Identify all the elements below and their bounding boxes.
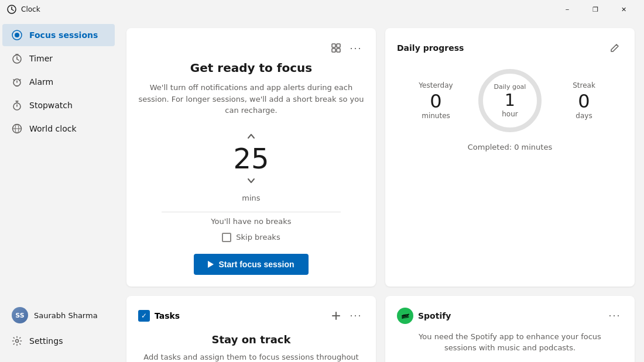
yesterday-stat: Yesterday 0 minutes [397,81,475,120]
tasks-header: ✓ Tasks ··· [138,308,364,324]
focus-card-header: ··· [138,40,364,56]
focus-subtitle: We'll turn off notifications and app ale… [138,82,364,116]
svg-rect-19 [332,44,335,47]
goal-circle-content: Daily goal 1 hour [494,83,526,119]
user-profile[interactable]: SS Saurabh Sharma [2,301,115,329]
time-decrement-button[interactable] [241,173,262,189]
tasks-add-button[interactable] [328,308,344,324]
spotify-card: Spotify ··· You need the Spotify app to … [385,296,635,363]
sidebar-bottom: SS Saurabh Sharma Settings [0,301,117,357]
yesterday-label: Yesterday [397,81,475,89]
skip-breaks-label: Skip breaks [236,233,280,242]
start-focus-button[interactable]: Start focus session [194,254,308,275]
completed-text: Completed: 0 minutes [397,143,623,151]
title-bar-left: Clock [7,5,40,14]
streak-label: Streak [545,81,623,89]
stay-on-track-subtitle: Add tasks and assign them to focus sessi… [138,351,364,363]
sidebar-item-stopwatch[interactable]: Stopwatch [2,94,115,116]
daily-progress-card: Daily progress Yesterday 0 minutes [385,28,635,287]
time-unit: mins [138,194,364,202]
yesterday-unit: minutes [397,112,475,120]
focus-sessions-icon [12,30,22,40]
avatar: SS [12,307,28,323]
tasks-more-button[interactable]: ··· [348,308,364,324]
streak-unit: days [545,112,623,120]
spotify-description: You need the Spotify app to enhance your… [397,331,623,354]
skip-breaks-checkbox[interactable] [222,233,231,242]
focus-more-button[interactable]: ··· [348,40,364,56]
svg-rect-20 [337,44,340,47]
spotify-icon [397,308,413,324]
sidebar-item-settings[interactable]: Settings [2,330,115,352]
tasks-title-label: Tasks [155,311,180,320]
goal-label: Daily goal [494,83,526,91]
goal-value: 1 [494,91,526,111]
streak-stat: Streak 0 days [545,81,623,120]
spotify-header: Spotify ··· [397,308,623,324]
start-label: Start focus session [218,260,294,269]
app-body: Focus sessions Timer [0,19,644,362]
svg-rect-21 [332,49,335,52]
focus-expand-button[interactable] [328,40,344,56]
window-controls: − ❐ ✕ [554,0,637,19]
close-button[interactable]: ✕ [610,0,637,19]
progress-header: Daily progress [397,40,623,56]
yesterday-value: 0 [397,92,475,111]
sidebar-item-label: Stopwatch [29,101,73,110]
sidebar-item-label: World clock [29,124,77,133]
main-content: ··· Get ready to focus We'll turn off no… [117,19,644,362]
sidebar-item-world-clock[interactable]: World clock [2,118,115,140]
sidebar-item-alarm[interactable]: Alarm [2,71,115,93]
sidebar-item-label: Timer [29,54,53,63]
title-bar: Clock − ❐ ✕ [0,0,644,19]
tasks-title: ✓ Tasks [138,310,180,322]
svg-line-2 [12,9,13,11]
goal-unit: hour [494,110,526,118]
alarm-icon [12,77,22,87]
progress-stats: Yesterday 0 minutes Daily goal 1 hour S [397,65,623,136]
no-breaks-text: You'll have no breaks [138,217,364,226]
svg-line-7 [17,59,19,60]
spotify-logo: Spotify [397,308,451,324]
sidebar: Focus sessions Timer [0,19,117,362]
sidebar-item-label: Focus sessions [29,30,98,40]
divider [162,212,341,212]
sidebar-item-focus-sessions[interactable]: Focus sessions [2,24,115,46]
tasks-actions: ··· [328,308,364,324]
stopwatch-icon [12,100,22,111]
spotify-more-button[interactable]: ··· [607,308,623,324]
world-clock-icon [12,123,22,134]
progress-edit-button[interactable] [607,40,623,56]
goal-circle: Daily goal 1 hour [475,65,545,136]
clock-app-icon [7,5,16,14]
spotify-brand: Spotify [418,311,451,320]
minimize-button[interactable]: − [554,0,581,19]
user-name: Saurabh Sharma [34,311,98,320]
tasks-check-icon: ✓ [138,310,150,322]
focus-session-card: ··· Get ready to focus We'll turn off no… [126,28,376,287]
app-title: Clock [21,5,40,13]
progress-title: Daily progress [397,43,464,53]
time-value: 25 [233,144,269,173]
settings-icon [12,336,22,346]
svg-point-18 [16,340,19,343]
play-icon [208,261,214,268]
time-picker: 25 [138,128,364,189]
restore-button[interactable]: ❐ [582,0,609,19]
svg-point-4 [15,33,19,37]
timer-icon [12,53,22,64]
sidebar-item-label: Alarm [29,77,53,87]
stay-on-track-title: Stay on track [138,333,364,346]
tasks-card: ✓ Tasks ··· Stay on track Add t [126,296,376,363]
streak-value: 0 [545,92,623,111]
skip-breaks-row: Skip breaks [138,233,364,242]
sidebar-item-timer[interactable]: Timer [2,47,115,70]
sidebar-settings-label: Settings [29,336,63,346]
svg-rect-22 [337,49,340,52]
focus-title: Get ready to focus [138,61,364,75]
